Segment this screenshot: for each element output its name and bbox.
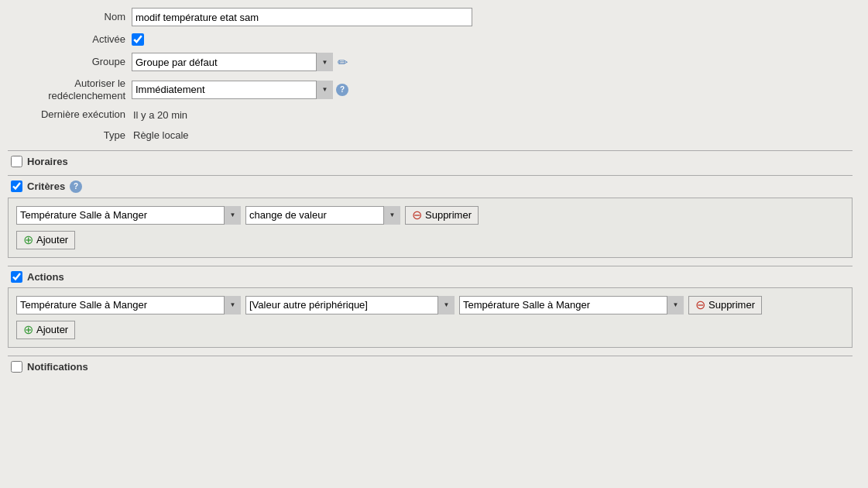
horaires-label: Horaires xyxy=(27,156,68,167)
nom-row: Nom xyxy=(8,8,853,26)
criteres-checkbox[interactable] xyxy=(11,180,22,192)
actions-action-select[interactable]: [Valeur autre périphérique] xyxy=(245,296,455,314)
notifications-section-header: Notifications xyxy=(8,356,853,373)
criteres-remove-icon: ⊖ xyxy=(412,209,422,222)
groupe-select[interactable]: Groupe par défaut xyxy=(132,53,333,71)
criteres-section-header: Critères ? xyxy=(8,175,853,193)
nom-label: Nom xyxy=(8,10,132,24)
activee-row: Activée xyxy=(8,33,853,46)
criteres-condition-wrapper: change de valeur xyxy=(245,206,400,225)
actions-row: Température Salle à Manger [Valeur autre… xyxy=(16,296,844,314)
autoriser-select-wrapper: Immédiatement xyxy=(132,81,333,99)
autoriser-select[interactable]: Immédiatement xyxy=(132,81,333,99)
groupe-row: Groupe Groupe par défaut ✏ xyxy=(8,53,853,71)
activee-checkbox[interactable] xyxy=(132,33,144,46)
actions-add-icon: ⊕ xyxy=(23,324,33,336)
actions-device2-wrapper: Température Salle à Manger xyxy=(459,296,684,314)
criteres-help-icon[interactable]: ? xyxy=(70,180,82,193)
actions-action-wrapper: [Valeur autre périphérique] xyxy=(245,296,455,314)
type-row: Type Règle locale xyxy=(8,129,853,143)
actions-checkbox[interactable] xyxy=(11,271,22,283)
autoriser-label: Autoriser le redéclenchement xyxy=(8,77,132,101)
actions-box: Température Salle à Manger [Valeur autre… xyxy=(8,287,853,348)
actions-label: Actions xyxy=(27,271,64,283)
actions-add-button[interactable]: ⊕ Ajouter xyxy=(16,321,75,339)
criteres-label: Critères xyxy=(27,180,65,192)
notifications-checkbox[interactable] xyxy=(11,361,22,373)
horaires-section-header: Horaires xyxy=(8,150,853,167)
groupe-select-wrapper: Groupe par défaut xyxy=(132,53,333,71)
criteres-row: Température Salle à Manger change de val… xyxy=(16,206,844,225)
derniere-row: Dernière exécution Il y a 20 min xyxy=(8,108,853,122)
criteres-device-select[interactable]: Température Salle à Manger xyxy=(16,206,241,225)
actions-device2-select[interactable]: Température Salle à Manger xyxy=(459,296,684,314)
main-container: Nom Activée Groupe Groupe par défaut ✏ A… xyxy=(0,0,868,488)
activee-label: Activée xyxy=(8,33,132,46)
derniere-label: Dernière exécution xyxy=(8,108,132,122)
notifications-label: Notifications xyxy=(27,361,88,373)
criteres-add-icon: ⊕ xyxy=(23,234,33,246)
actions-remove-icon: ⊖ xyxy=(695,299,705,311)
type-label: Type xyxy=(8,129,132,143)
criteres-add-button[interactable]: ⊕ Ajouter xyxy=(16,231,75,249)
horaires-checkbox[interactable] xyxy=(11,156,22,167)
derniere-value: Il y a 20 min xyxy=(133,109,187,121)
groupe-label: Groupe xyxy=(8,55,132,69)
autoriser-row: Autoriser le redéclenchement Immédiateme… xyxy=(8,77,853,101)
criteres-condition-select[interactable]: change de valeur xyxy=(245,206,400,225)
criteres-remove-button[interactable]: ⊖ Supprimer xyxy=(405,206,479,225)
criteres-box: Température Salle à Manger change de val… xyxy=(8,198,853,258)
nom-input[interactable] xyxy=(132,8,472,26)
actions-device1-wrapper: Température Salle à Manger xyxy=(16,296,241,314)
actions-section-header: Actions xyxy=(8,266,853,283)
actions-device1-select[interactable]: Température Salle à Manger xyxy=(16,296,241,314)
autoriser-help-icon[interactable]: ? xyxy=(336,84,348,96)
type-value: Règle locale xyxy=(133,129,189,141)
actions-remove-button[interactable]: ⊖ Supprimer xyxy=(688,296,762,314)
criteres-device-wrapper: Température Salle à Manger xyxy=(16,206,241,225)
groupe-edit-icon[interactable]: ✏ xyxy=(338,55,348,70)
